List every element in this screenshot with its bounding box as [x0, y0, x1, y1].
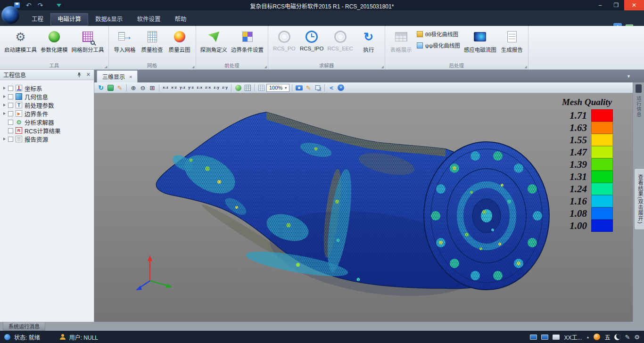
execute-button[interactable]: ↻ 执行 [355, 27, 382, 63]
view-y-down-button[interactable]: y↓z [179, 83, 186, 92]
undo-icon[interactable]: ↶ [26, 2, 32, 8]
boundary-settings-button[interactable]: 边界条件设置 [229, 27, 265, 63]
theta-polar-curve-button[interactable]: θθ极化曲线图 [417, 30, 460, 38]
moon-icon[interactable] [614, 334, 620, 340]
view-x-up-button[interactable]: x↑z [170, 83, 178, 92]
view-z-down-x-button[interactable]: z↓x [196, 83, 203, 92]
dialog-launcher-icon[interactable]: ◢ [264, 65, 267, 68]
tree-item-preprocess-params[interactable]: T前处理参数 [1, 101, 93, 109]
zoom-out-icon[interactable]: ⊖ [139, 83, 147, 92]
filter-icon[interactable] [57, 4, 61, 7]
expand-icon[interactable] [3, 104, 6, 106]
view-z-down-y-button[interactable]: z↓y [213, 83, 220, 92]
launch-modeling-tool-button[interactable]: ⚙ 启动建模工具 [2, 27, 39, 63]
mesh-partition-tool-button[interactable]: 网格剖分工具 [70, 27, 106, 63]
panel-close-icon[interactable]: ✕ [86, 72, 91, 78]
menu-tab-em-calc[interactable]: 电磁计算 [50, 13, 88, 26]
display-tray-icon[interactable] [541, 335, 548, 340]
tab-3d-display[interactable]: 三维显示 × [97, 70, 138, 82]
maximize-button[interactable]: ❐ [608, 0, 624, 10]
dialog-launcher-icon[interactable]: ◢ [192, 65, 194, 68]
legend-row: 1.08 [560, 207, 613, 220]
menu-tab-help[interactable]: 帮助 [167, 13, 193, 26]
import-mesh-button[interactable]: → 导入网格 [111, 27, 139, 63]
menu-tab-settings[interactable]: 软件设置 [130, 13, 167, 26]
expand-icon[interactable] [3, 138, 6, 140]
tree-item-boundary-conditions[interactable]: ▶边界条件 [1, 109, 93, 118]
tree-item-analysis-solver[interactable]: ⚙分析求解器 [1, 118, 93, 126]
zoom-in-icon[interactable]: ⊕ [129, 83, 138, 92]
induced-current-map-button[interactable]: 感应电磁流图 [462, 27, 498, 63]
checkbox[interactable] [8, 86, 13, 91]
dialog-launcher-icon[interactable]: ◢ [381, 65, 383, 68]
pin-icon[interactable] [77, 72, 82, 78]
tray-expand-icon[interactable]: ▲ [586, 335, 589, 339]
tree-item-report-resources[interactable]: 报告资源 [1, 135, 93, 143]
zoom-window-icon[interactable]: ⊞ [148, 83, 157, 92]
wireframe-mode-icon[interactable] [257, 83, 265, 92]
ime-wubi-icon[interactable]: 五 [604, 333, 610, 341]
shaded-mode-icon[interactable] [234, 83, 242, 92]
menubar: 工程 电磁计算 数据&显示 软件设置 帮助 ^ ▼ [0, 10, 644, 26]
expand-icon[interactable] [3, 95, 6, 98]
snapshot-icon[interactable] [295, 83, 303, 92]
checkbox[interactable] [8, 94, 13, 99]
view-z-up-x-button[interactable]: z↑x [204, 83, 212, 92]
layers-icon[interactable] [314, 83, 322, 92]
menu-tab-project[interactable]: 工程 [25, 13, 50, 26]
checkbox[interactable] [8, 103, 13, 108]
minimize-button[interactable]: – [592, 0, 608, 10]
rcs-eec-button: RCS_EEC [326, 27, 355, 63]
pen-icon[interactable]: ✎ [625, 334, 630, 340]
fit-view-icon[interactable] [106, 83, 115, 92]
tree-item-rcs-results[interactable]: RRCS计算结果 [1, 126, 93, 135]
tab-overflow-icon[interactable]: ▼ [627, 74, 631, 79]
close-view-icon[interactable]: ✕ [337, 83, 345, 92]
rotate-view-icon[interactable]: ↻ [97, 83, 105, 92]
redo-icon[interactable]: ↷ [38, 2, 43, 8]
edit-icon[interactable]: ✎ [116, 83, 124, 92]
expand-icon[interactable] [3, 112, 6, 115]
legend-color-cell [591, 183, 613, 195]
group-label-solver: 求解器 [268, 62, 385, 69]
viewport-3d[interactable]: Mesh Quality 1.71 1.63 1.55 1.47 1.39 1.… [94, 93, 633, 322]
quality-cloud-button[interactable]: 质量云图 [166, 27, 193, 63]
tree-item-geometry-info[interactable]: 几何信息 [1, 92, 93, 101]
legend-title: Mesh Quality [560, 97, 613, 107]
view-z-up-y-button[interactable]: z↑y [221, 83, 229, 92]
zoom-select[interactable]: 100% ▾ [266, 84, 289, 92]
generate-report-button[interactable]: 生成报告 [498, 27, 526, 63]
legend-row: 1.55 [560, 134, 613, 146]
psi-polar-curve-button[interactable]: ψψ极化曲线图 [417, 41, 460, 49]
checkbox[interactable] [8, 111, 13, 116]
display-tray-icon[interactable] [553, 335, 560, 340]
scroll-thumb[interactable] [636, 84, 642, 93]
system-messages-tab[interactable]: 系统运行消息 [3, 322, 45, 331]
ime-logo-icon[interactable] [594, 334, 600, 340]
close-button[interactable]: ✕ [624, 0, 644, 10]
report-resource-icon [16, 136, 22, 142]
annotate-icon[interactable]: ✎ [304, 83, 313, 92]
menu-tab-data-display[interactable]: 数据&显示 [88, 13, 130, 26]
dialog-launcher-icon[interactable]: ◢ [524, 65, 527, 68]
expand-icon[interactable] [3, 87, 6, 90]
checkbox[interactable] [8, 137, 13, 142]
view-results-vertical-tab[interactable]: 查看结果(双击展开) [634, 168, 644, 230]
ime-text[interactable]: XX工... [564, 333, 582, 341]
quality-check-button[interactable]: 质量检查 [139, 27, 166, 63]
checkbox[interactable] [8, 128, 13, 133]
share-icon[interactable]: < [327, 83, 336, 92]
run-info-vertical-tab[interactable]: 运行信息 [636, 96, 643, 117]
checkbox[interactable] [8, 120, 13, 125]
dialog-launcher-icon[interactable]: ◢ [105, 65, 107, 68]
probe-angle-button[interactable]: 探测角定义 [198, 27, 230, 63]
tree-item-coordinate-system[interactable]: 坐标系 [1, 84, 93, 92]
grid-mode-icon[interactable] [243, 83, 252, 92]
tab-close-icon[interactable]: × [129, 74, 132, 80]
display-tray-icon[interactable] [530, 335, 537, 340]
view-x-down-button[interactable]: x↓z [162, 83, 169, 92]
parametric-modeling-button[interactable]: 参数化建模 [39, 27, 70, 63]
view-y-up-button[interactable]: y↑z [187, 83, 195, 92]
settings-gear-icon[interactable]: ⚙ [634, 334, 640, 340]
rcs-ipo-button[interactable]: RCS_IPO [298, 27, 326, 63]
